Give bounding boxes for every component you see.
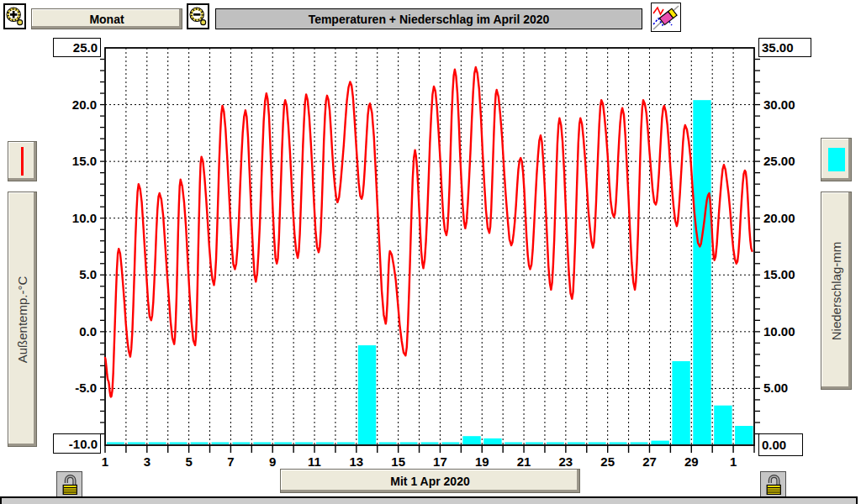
legend-precipitation-button[interactable] <box>821 138 852 181</box>
magnifier-minus-icon <box>188 5 208 29</box>
svg-text:1: 1 <box>102 454 108 466</box>
svg-text:9: 9 <box>269 454 276 466</box>
svg-text:15: 15 <box>391 454 405 466</box>
erase-chart-button[interactable] <box>651 3 681 32</box>
left-axis-label: Außentemp.-°C <box>15 276 29 363</box>
svg-text:25: 25 <box>600 454 615 466</box>
svg-text:15.0: 15.0 <box>72 154 97 168</box>
zoom-out-button[interactable] <box>187 3 209 29</box>
svg-text:7: 7 <box>227 454 234 466</box>
date-button[interactable]: Mit 1 Apr 2020 <box>280 469 580 493</box>
svg-text:21: 21 <box>517 454 531 466</box>
svg-text:3: 3 <box>144 454 151 466</box>
svg-text:20.00: 20.00 <box>763 211 795 225</box>
padlock-open-icon <box>763 474 784 496</box>
svg-text:5: 5 <box>185 454 192 466</box>
chart-title-bar: Temperaturen + Niederschlag im April 202… <box>215 8 642 29</box>
precipitation-bar-swatch <box>828 148 845 171</box>
svg-text:10.00: 10.00 <box>763 324 795 339</box>
month-button[interactable]: Monat <box>31 8 182 29</box>
svg-text:19: 19 <box>475 454 489 466</box>
svg-text:11: 11 <box>308 454 321 466</box>
legend-temperature-button[interactable] <box>8 141 37 181</box>
svg-text:25.00: 25.00 <box>763 154 795 168</box>
svg-text:13: 13 <box>349 454 363 466</box>
svg-text:20.0: 20.0 <box>72 97 97 112</box>
padlock-open-icon <box>60 474 80 496</box>
svg-text:10.0: 10.0 <box>72 211 97 225</box>
svg-text:1: 1 <box>730 454 737 466</box>
svg-text:5.00: 5.00 <box>763 381 788 395</box>
svg-text:30.00: 30.00 <box>763 97 795 112</box>
right-axis-label: Niederschlag-mm <box>829 241 843 340</box>
svg-text:0.0: 0.0 <box>79 324 97 339</box>
svg-text:29: 29 <box>684 454 699 466</box>
right-axis-label-button[interactable]: Niederschlag-mm <box>821 192 852 390</box>
svg-text:23: 23 <box>559 454 573 466</box>
svg-text:27: 27 <box>642 454 657 466</box>
left-lock-button[interactable] <box>56 471 82 499</box>
temperature-line-swatch <box>21 147 24 176</box>
chart-eraser-icon <box>652 3 680 31</box>
svg-text:-5.0: -5.0 <box>75 381 97 395</box>
left-axis-label-button[interactable]: Außentemp.-°C <box>8 192 37 447</box>
magnifier-plus-icon <box>5 5 24 29</box>
weather-chart-app: Monat Temperaturen + Niederschlag im Apr… <box>0 0 861 504</box>
svg-text:5.0: 5.0 <box>79 267 97 281</box>
right-lock-button[interactable] <box>760 471 786 499</box>
zoom-in-button[interactable] <box>3 3 26 29</box>
chart-plot[interactable]: 20.015.010.05.00.0-5.030.0025.0020.0015.… <box>46 38 816 466</box>
svg-text:17: 17 <box>433 454 447 466</box>
svg-text:15.00: 15.00 <box>763 267 795 281</box>
bottom-scrollbar[interactable] <box>0 496 858 504</box>
